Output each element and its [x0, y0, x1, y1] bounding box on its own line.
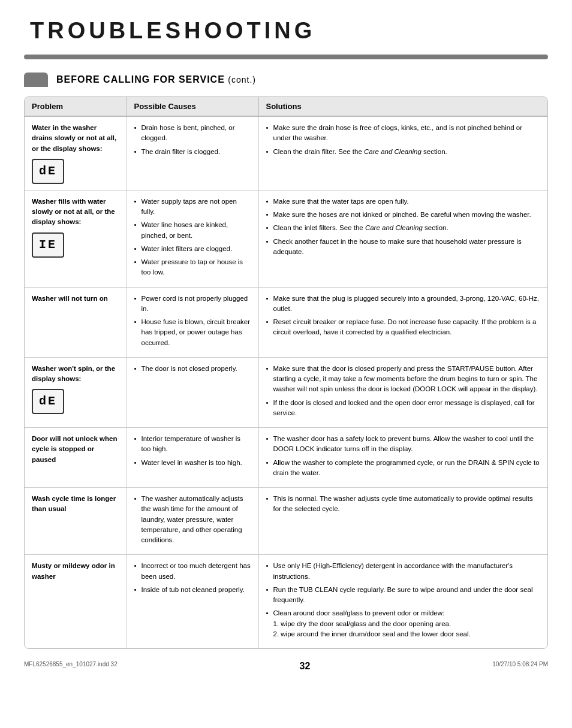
- table-row: Musty or mildewy odor in washerIncorrect…: [25, 555, 547, 648]
- solution-item: Make sure that the plug is plugged secur…: [266, 294, 541, 315]
- solution-item: Clean the drain filter. See the Care and…: [266, 147, 541, 157]
- section-tab-decoration: [24, 73, 48, 87]
- display-code-1: IE: [32, 232, 64, 258]
- problem-cell-5: Wash cycle time is longer than usual: [25, 488, 127, 555]
- causes-cell-0: Drain hose is bent, pinched, or clogged.…: [127, 116, 258, 190]
- problem-text: Wash cycle time is longer than usual: [32, 495, 116, 512]
- causes-cell-2: Power cord is not properly plugged in.Ho…: [127, 287, 258, 357]
- table-row: Washer will not turn onPower cord is not…: [25, 287, 547, 357]
- solution-item: Clean the inlet filters. See the Care an…: [266, 223, 541, 233]
- problem-text: Door will not unlock when cycle is stopp…: [32, 435, 117, 463]
- problem-text: Water in the washer drains slowly or not…: [32, 124, 116, 152]
- footer-left-text: MFL62526855_en_101027.indd 32: [24, 661, 118, 672]
- table-row: Door will not unlock when cycle is stopp…: [25, 428, 547, 488]
- solution-item: Make sure the drain hose is free of clog…: [266, 123, 541, 144]
- cause-item: Water level in washer is too high.: [134, 458, 251, 468]
- solution-item: Use only HE (High-Efficiency) detergent …: [266, 561, 541, 582]
- solution-item: This is normal. The washer adjusts cycle…: [266, 494, 541, 515]
- cause-item: Drain hose is bent, pinched, or clogged.: [134, 123, 251, 144]
- cause-item: Water inlet filters are clogged.: [134, 244, 251, 254]
- page-title: TROUBLESHOOTING: [24, 18, 548, 44]
- solution-item: If the door is closed and locked and the…: [266, 398, 541, 419]
- cause-item: Water pressure to tap or house is too lo…: [134, 257, 251, 278]
- problem-text: Musty or mildewy odor in washer: [32, 562, 115, 579]
- col-header-causes: Possible Causes: [127, 97, 258, 116]
- causes-cell-3: The door is not closed properly.: [127, 357, 258, 427]
- cause-item: Water supply taps are not open fully.: [134, 197, 251, 218]
- solutions-cell-6: Use only HE (High-Efficiency) detergent …: [258, 555, 547, 648]
- solution-item: Reset circuit breaker or replace fuse. D…: [266, 317, 541, 338]
- cause-item: Inside of tub not cleaned properly.: [134, 585, 251, 595]
- table-row: Water in the washer drains slowly or not…: [25, 116, 547, 190]
- cause-item: Interior temperature of washer is too hi…: [134, 434, 251, 455]
- col-header-solutions: Solutions: [258, 97, 547, 116]
- solution-item: The washer door has a safety lock to pre…: [266, 434, 541, 455]
- section-title: BEFORE CALLING FOR SERVICE (cont.): [56, 74, 256, 85]
- solutions-cell-1: Make sure that the water taps are open f…: [258, 190, 547, 287]
- solution-item: Check another faucet in the house to mak…: [266, 237, 541, 258]
- cause-item: Power cord is not properly plugged in.: [134, 294, 251, 315]
- display-code-3: dE: [32, 389, 64, 414]
- causes-cell-4: Interior temperature of washer is too hi…: [127, 428, 258, 488]
- troubleshooting-table: Problem Possible Causes Solutions Water …: [24, 96, 548, 649]
- solutions-cell-5: This is normal. The washer adjusts cycle…: [258, 488, 547, 555]
- cause-item: House fuse is blown, circuit breaker has…: [134, 317, 251, 348]
- solutions-cell-3: Make sure that the door is closed proper…: [258, 357, 547, 427]
- footer-right-text: 10/27/10 5:08:24 PM: [492, 661, 548, 672]
- problem-text: Washer fills with water slowly or not at…: [32, 198, 115, 226]
- problem-text: Washer won't spin, or the display shows:: [32, 365, 115, 382]
- problem-cell-1: Washer fills with water slowly or not at…: [25, 190, 127, 287]
- col-header-problem: Problem: [25, 97, 127, 116]
- problem-text: Washer will not turn on: [32, 295, 108, 302]
- causes-cell-5: The washer automatically adjusts the was…: [127, 488, 258, 555]
- solutions-cell-0: Make sure the drain hose is free of clog…: [258, 116, 547, 190]
- problem-cell-2: Washer will not turn on: [25, 287, 127, 357]
- section-header: BEFORE CALLING FOR SERVICE (cont.): [24, 73, 548, 87]
- display-code-0: dE: [32, 159, 64, 184]
- solution-item: Make sure that the door is closed proper…: [266, 364, 541, 395]
- solution-item: Clean around door seal/glass to prevent …: [266, 608, 541, 639]
- title-bar-decoration: [24, 55, 548, 59]
- causes-cell-1: Water supply taps are not open fully.Wat…: [127, 190, 258, 287]
- causes-cell-6: Incorrect or too much detergent has been…: [127, 555, 258, 648]
- solutions-cell-2: Make sure that the plug is plugged secur…: [258, 287, 547, 357]
- table-row: Washer won't spin, or the display shows:…: [25, 357, 547, 427]
- cause-item: The washer automatically adjusts the was…: [134, 494, 251, 545]
- solution-item: Make sure that the water taps are open f…: [266, 197, 541, 207]
- problem-cell-4: Door will not unlock when cycle is stopp…: [25, 428, 127, 488]
- solution-item: Allow the washer to complete the program…: [266, 458, 541, 479]
- page-number: 32: [300, 661, 311, 672]
- cause-item: The drain filter is clogged.: [134, 147, 251, 157]
- page-footer: MFL62526855_en_101027.indd 32 32 10/27/1…: [24, 661, 548, 672]
- table-row: Wash cycle time is longer than usualThe …: [25, 488, 547, 555]
- solution-item: Make sure the hoses are not kinked or pi…: [266, 210, 541, 220]
- problem-cell-0: Water in the washer drains slowly or not…: [25, 116, 127, 190]
- cause-item: Water line hoses are kinked, pinched, or…: [134, 220, 251, 241]
- table-row: Washer fills with water slowly or not at…: [25, 190, 547, 287]
- solutions-cell-4: The washer door has a safety lock to pre…: [258, 428, 547, 488]
- problem-cell-3: Washer won't spin, or the display shows:…: [25, 357, 127, 427]
- cause-item: Incorrect or too much detergent has been…: [134, 561, 251, 582]
- cause-item: The door is not closed properly.: [134, 364, 251, 374]
- solution-item: Run the TUB CLEAN cycle regularly. Be su…: [266, 585, 541, 606]
- problem-cell-6: Musty or mildewy odor in washer: [25, 555, 127, 648]
